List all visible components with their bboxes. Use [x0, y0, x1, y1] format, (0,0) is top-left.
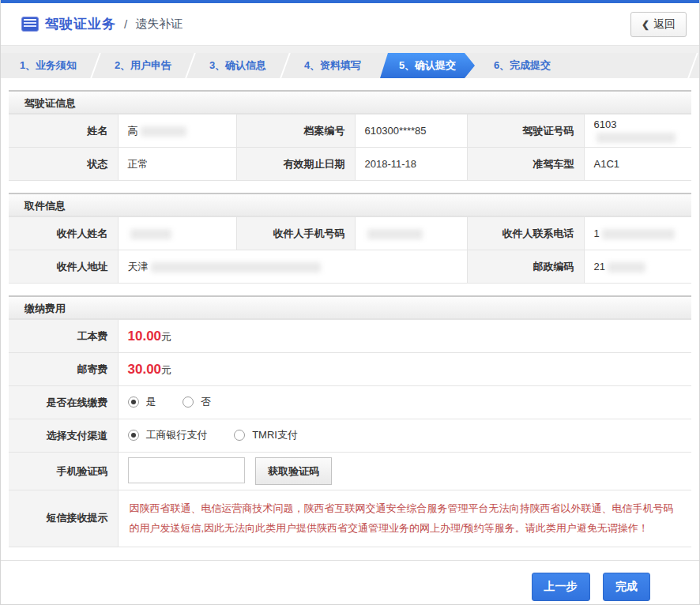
expiry-value: 2018-11-18: [355, 148, 467, 181]
step-navigation: 1、业务须知 2、用户申告 3、确认信息 4、资料填写 5、确认提交 6、完成提…: [1, 53, 699, 78]
redacted-value: [602, 229, 675, 239]
fee-mail-unit: 元: [161, 364, 171, 376]
table-row: 收件人姓名 收件人手机号码 收件人联系电话 1: [9, 217, 691, 250]
table-row: 收件人地址 天津 邮政编码 21: [9, 250, 691, 284]
table-row: 工本费 10.00元: [9, 320, 691, 353]
radio-icon: [234, 430, 245, 441]
online-pay-label: 是否在线缴费: [9, 386, 118, 419]
postal-code-label: 邮政编码: [467, 250, 584, 284]
sms-notice-text: 因陕西省联通、电信运营商技术问题，陕西省互联网交通安全综合服务管理平台无法向持陕…: [118, 490, 691, 547]
table-row: 短信接收提示 因陕西省联通、电信运营商技术问题，陕西省互联网交通安全综合服务管理…: [9, 490, 691, 547]
license-no-value: 6103: [584, 115, 691, 148]
step-5-confirm-submit-active[interactable]: 5、确认提交: [380, 53, 475, 78]
table-row: 是否在线缴费 是 否: [9, 386, 691, 419]
table-row: 状态 正常 有效期止日期 2018-11-18 准驾车型 A1C1: [9, 148, 691, 181]
recipient-name-value: [118, 217, 236, 250]
vehicle-class-label: 准驾车型: [467, 148, 584, 181]
online-pay-options: 是 否: [118, 386, 691, 419]
recipient-address-value: 天津: [118, 250, 467, 284]
radio-channel-tmri[interactable]: TMRI支付: [234, 428, 298, 442]
breadcrumb-current: 遗失补证: [135, 17, 183, 32]
redacted-value: [130, 229, 171, 239]
page: 驾驶证业务 / 遗失补证 ❮ 返回 1、业务须知 2、用户申告 3、确认信息 4…: [0, 0, 700, 605]
radio-icon: [128, 396, 139, 408]
step-2-user-declaration[interactable]: 2、用户申告: [96, 53, 190, 78]
footer-actions: 上一步 完成: [1, 561, 699, 601]
table-row: 邮寄费 30.00元: [9, 353, 691, 386]
radio-channel-icbc[interactable]: 工商银行支付: [128, 428, 208, 442]
fee-mail-value: 30.00元: [118, 353, 691, 386]
redacted-value: [151, 262, 321, 272]
radio-online-pay-yes[interactable]: 是: [128, 395, 156, 409]
expiry-label: 有效期止日期: [236, 148, 355, 181]
recipient-phone-label: 收件人联系电话: [467, 217, 584, 250]
recipient-name-label: 收件人姓名: [9, 217, 118, 250]
license-section-title: 驾驶证信息: [9, 90, 691, 114]
pickup-section-title: 取件信息: [9, 193, 691, 216]
file-no-label: 档案编号: [236, 115, 355, 148]
step-1-business-notes[interactable]: 1、业务须知: [1, 53, 96, 78]
fee-cost-unit: 元: [161, 331, 171, 343]
pickup-info-section: 取件信息 收件人姓名 收件人手机号码 收件人联系电话 1 收件人地址 天津 邮政…: [9, 193, 691, 284]
form-list-icon: [21, 17, 39, 32]
back-button-label: 返回: [653, 17, 676, 32]
redacted-value: [141, 126, 186, 137]
table-row: 姓名 高 档案编号 610300****85 驾驶证号码 6103: [9, 115, 691, 148]
vehicle-class-value: A1C1: [584, 148, 691, 181]
pay-channel-label: 选择支付渠道: [9, 419, 118, 453]
radio-icon: [183, 396, 194, 408]
sms-code-input[interactable]: [128, 457, 245, 483]
pickup-info-table: 收件人姓名 收件人手机号码 收件人联系电话 1 收件人地址 天津 邮政编码 21: [9, 216, 691, 284]
status-value: 正常: [118, 148, 236, 181]
recipient-mobile-value: [355, 217, 467, 250]
back-chevron-icon: ❮: [642, 19, 649, 30]
sms-code-field: 获取验证码: [118, 453, 691, 490]
finish-button[interactable]: 完成: [603, 573, 650, 601]
redacted-value: [597, 133, 676, 143]
back-button[interactable]: ❮ 返回: [630, 12, 687, 37]
header-divider-strip: [1, 45, 699, 53]
license-no-label: 驾驶证号码: [467, 115, 584, 148]
fee-cost-label: 工本费: [9, 320, 118, 353]
fee-cost-value: 10.00元: [118, 320, 691, 353]
license-info-table: 姓名 高 档案编号 610300****85 驾驶证号码 6103 状态 正常 …: [9, 114, 691, 181]
step-bar-filler: [570, 53, 699, 78]
radio-online-pay-no[interactable]: 否: [183, 395, 211, 409]
breadcrumb-separator: /: [124, 17, 127, 31]
payment-section-title: 缴纳费用: [9, 295, 691, 319]
payment-section: 缴纳费用 工本费 10.00元 邮寄费 30.00元 是否在线缴费: [9, 295, 691, 547]
fee-mail-label: 邮寄费: [9, 353, 118, 386]
step-4-fill-data[interactable]: 4、资料填写: [285, 53, 380, 78]
radio-icon: [128, 430, 139, 441]
step-3-confirm-info[interactable]: 3、确认信息: [190, 53, 285, 78]
fee-cost-amount: 10.00: [128, 329, 162, 344]
previous-step-button[interactable]: 上一步: [532, 573, 590, 601]
fee-mail-amount: 30.00: [128, 362, 162, 377]
payment-table: 工本费 10.00元 邮寄费 30.00元 是否在线缴费: [9, 319, 691, 547]
recipient-address-label: 收件人地址: [9, 250, 118, 284]
redacted-value: [367, 229, 423, 239]
recipient-phone-value: 1: [584, 217, 691, 250]
table-row: 选择支付渠道 工商银行支付 TMRI支付: [9, 419, 691, 453]
main-content: 驾驶证信息 姓名 高 档案编号 610300****85 驾驶证号码 6103 …: [1, 90, 699, 547]
get-code-button[interactable]: 获取验证码: [255, 457, 332, 485]
page-title: 驾驶证业务: [45, 15, 116, 33]
pay-channel-options: 工商银行支付 TMRI支付: [118, 419, 691, 453]
table-row: 手机验证码 获取验证码: [9, 453, 691, 490]
name-label: 姓名: [9, 115, 118, 148]
name-value: 高: [118, 115, 236, 148]
header: 驾驶证业务 / 遗失补证 ❮ 返回: [1, 3, 699, 45]
recipient-mobile-label: 收件人手机号码: [236, 217, 355, 250]
license-info-section: 驾驶证信息 姓名 高 档案编号 610300****85 驾驶证号码 6103 …: [9, 90, 691, 181]
status-label: 状态: [9, 148, 118, 181]
redacted-value: [608, 262, 645, 272]
sms-code-label: 手机验证码: [9, 453, 118, 490]
file-no-value: 610300****85: [355, 115, 467, 148]
breadcrumb: 驾驶证业务 / 遗失补证: [21, 15, 183, 33]
step-6-complete-submit[interactable]: 6、完成提交: [475, 53, 570, 78]
postal-code-value: 21: [584, 250, 691, 284]
sms-notice-label: 短信接收提示: [9, 490, 118, 547]
